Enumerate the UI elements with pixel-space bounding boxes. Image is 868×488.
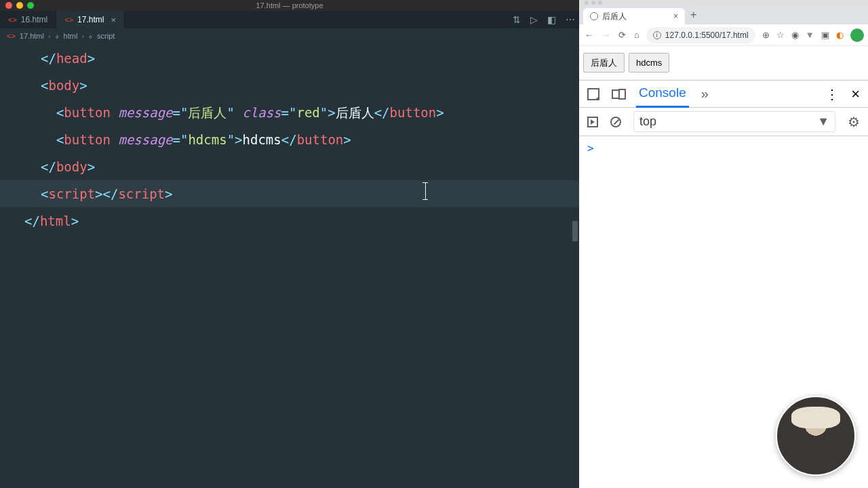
breadcrumb-file: 17.html: [20, 32, 44, 40]
devtools-close-icon[interactable]: ×: [851, 85, 860, 103]
code-line: </body>: [41, 153, 579, 180]
console-settings-icon[interactable]: ⚙: [848, 114, 860, 130]
element-icon: ⬨: [88, 32, 93, 40]
chevron-right-icon: ›: [81, 32, 84, 40]
browser-tab-title: 后盾人: [602, 11, 627, 22]
tab-label: 17.html: [77, 15, 104, 24]
code-line: </head>: [41, 45, 579, 72]
globe-icon: [590, 12, 598, 20]
new-tab-button[interactable]: +: [685, 9, 702, 21]
html-file-icon: <>: [7, 32, 16, 40]
page-button-hdcms[interactable]: hdcms: [629, 53, 669, 73]
inspect-element-icon[interactable]: [587, 88, 599, 100]
site-info-icon[interactable]: i: [653, 31, 661, 39]
reload-button[interactable]: ⟳: [618, 30, 626, 40]
devtools-tab-console[interactable]: Console: [636, 81, 689, 108]
chevron-down-icon: ▼: [817, 115, 829, 129]
browser-tab[interactable]: 后盾人 ×: [583, 8, 685, 24]
breadcrumb-script: script: [97, 32, 115, 40]
tab-16-html[interactable]: <> 16.html: [0, 11, 56, 28]
run-icon[interactable]: ▷: [530, 14, 538, 25]
tab-label: 16.html: [21, 15, 47, 24]
editor-tabbar: <> 16.html <> 17.html × ⇅ ▷ ◧ ⋯: [0, 11, 579, 28]
code-line: <button message="后盾人" class="red">后盾人</b…: [41, 99, 579, 126]
more-actions-icon[interactable]: ⋯: [566, 14, 575, 25]
code-line: </html>: [24, 207, 579, 235]
code-line: <button message="hdcms">hdcms</button>: [41, 126, 579, 153]
titlebar: 17.html — prototype: [0, 0, 579, 11]
page-viewport: 后盾人 hdcms: [579, 46, 868, 80]
vertical-scrollbar[interactable]: [572, 221, 578, 241]
webcam-overlay: [776, 396, 856, 476]
element-icon: ⬨: [55, 32, 60, 40]
code-line-active: <script></script>: [0, 180, 579, 207]
close-tab-icon[interactable]: ×: [111, 15, 116, 25]
tab-17-html[interactable]: <> 17.html ×: [56, 11, 125, 28]
code-editor[interactable]: </head> <body> <button message="后盾人" cla…: [0, 43, 579, 488]
profile-avatar[interactable]: [850, 28, 864, 42]
url-text: 127.0.0.1:5500/17.html: [665, 30, 749, 40]
traffic-light-icon[interactable]: [598, 1, 602, 5]
browser-tabstrip: 后盾人 × +: [579, 5, 868, 24]
zoom-icon[interactable]: ⊕: [762, 30, 770, 40]
breadcrumb[interactable]: <> 17.html › ⬨ html › ⬨ script: [0, 28, 579, 43]
compare-changes-icon[interactable]: ⇅: [513, 14, 521, 25]
console-prompt-icon: >: [587, 142, 594, 155]
forward-button[interactable]: →: [601, 30, 610, 40]
back-button[interactable]: ←: [585, 30, 593, 40]
more-tabs-icon[interactable]: »: [701, 86, 709, 102]
devtools-tabbar: Console » ⋮ ×: [579, 81, 868, 108]
bookmark-icon[interactable]: ☆: [776, 30, 785, 40]
close-tab-icon[interactable]: ×: [673, 12, 678, 21]
clear-console-icon[interactable]: [610, 117, 621, 127]
text-cursor-icon: [425, 182, 426, 200]
device-toggle-icon[interactable]: [612, 89, 624, 99]
breadcrumb-html: html: [64, 32, 78, 40]
chevron-right-icon: ›: [48, 32, 51, 40]
extension-icon[interactable]: ▣: [821, 30, 829, 40]
html-file-icon: <>: [64, 16, 73, 24]
browser-titlebar: [579, 0, 868, 5]
page-button-houdunren[interactable]: 后盾人: [583, 53, 625, 73]
window-title: 17.html — prototype: [0, 1, 579, 9]
console-toolbar: top ▼ ⚙: [579, 108, 868, 136]
home-button[interactable]: ⌂: [634, 30, 639, 40]
address-bar[interactable]: i 127.0.0.1:5500/17.html: [646, 27, 755, 43]
html-file-icon: <>: [8, 16, 17, 24]
extension-icon[interactable]: ◐: [836, 30, 844, 40]
traffic-light-icon[interactable]: [585, 1, 589, 5]
split-editor-icon[interactable]: ◧: [547, 14, 556, 25]
devtools-menu-icon[interactable]: ⋮: [825, 86, 839, 102]
extension-icon[interactable]: ▼: [806, 30, 814, 40]
browser-toolbar: ← → ⟳ ⌂ i 127.0.0.1:5500/17.html ⊕ ☆ ◉ ▼…: [579, 24, 868, 46]
context-label: top: [639, 115, 656, 129]
extension-icon[interactable]: ◉: [791, 30, 799, 40]
code-line: <body>: [41, 72, 579, 99]
vscode-window: 17.html — prototype <> 16.html <> 17.htm…: [0, 0, 579, 488]
execution-context-icon[interactable]: [587, 117, 598, 127]
traffic-light-icon[interactable]: [591, 1, 595, 5]
context-selector[interactable]: top ▼: [633, 111, 835, 132]
